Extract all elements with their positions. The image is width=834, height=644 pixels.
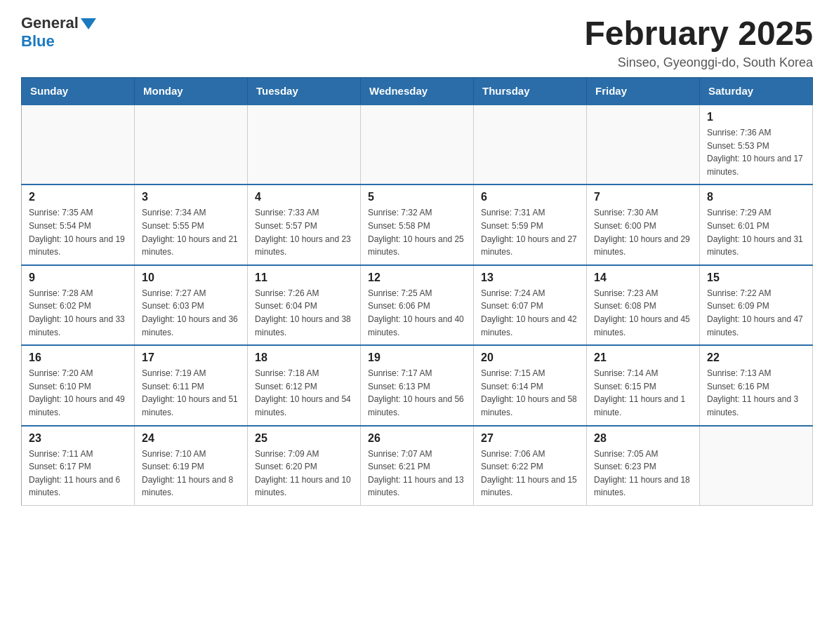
calendar-week-row: 1Sunrise: 7:36 AMSunset: 5:53 PMDaylight…: [22, 105, 813, 185]
day-number: 7: [594, 191, 692, 203]
sun-info: Sunrise: 7:05 AMSunset: 6:23 PMDaylight:…: [594, 448, 692, 499]
sun-info: Sunrise: 7:28 AMSunset: 6:02 PMDaylight:…: [29, 287, 127, 339]
calendar-week-row: 9Sunrise: 7:28 AMSunset: 6:02 PMDaylight…: [22, 265, 813, 345]
calendar-cell: 13Sunrise: 7:24 AMSunset: 6:07 PMDayligh…: [474, 265, 587, 345]
day-number: 14: [594, 271, 692, 284]
calendar-cell: 26Sunrise: 7:07 AMSunset: 6:21 PMDayligh…: [361, 426, 474, 506]
header-thursday: Thursday: [474, 78, 587, 105]
sun-info: Sunrise: 7:19 AMSunset: 6:11 PMDaylight:…: [142, 367, 240, 419]
day-number: 10: [142, 271, 240, 284]
calendar-cell: 24Sunrise: 7:10 AMSunset: 6:19 PMDayligh…: [135, 426, 248, 506]
calendar-cell: 17Sunrise: 7:19 AMSunset: 6:11 PMDayligh…: [135, 345, 248, 425]
calendar-cell: 2Sunrise: 7:35 AMSunset: 5:54 PMDaylight…: [22, 185, 135, 264]
day-number: 2: [29, 191, 127, 203]
calendar-cell: [248, 105, 361, 185]
day-number: 25: [255, 432, 353, 445]
sun-info: Sunrise: 7:31 AMSunset: 5:59 PMDaylight:…: [481, 206, 579, 258]
page-title: February 2025: [584, 14, 813, 53]
header-tuesday: Tuesday: [248, 78, 361, 105]
sun-info: Sunrise: 7:15 AMSunset: 6:14 PMDaylight:…: [481, 367, 579, 419]
sun-info: Sunrise: 7:34 AMSunset: 5:55 PMDaylight:…: [142, 206, 240, 258]
day-number: 11: [255, 271, 353, 284]
day-number: 13: [481, 271, 579, 284]
logo-triangle-icon: [81, 18, 96, 29]
calendar-cell: 11Sunrise: 7:26 AMSunset: 6:04 PMDayligh…: [248, 265, 361, 345]
sun-info: Sunrise: 7:23 AMSunset: 6:08 PMDaylight:…: [594, 287, 692, 339]
calendar-cell: 12Sunrise: 7:25 AMSunset: 6:06 PMDayligh…: [361, 265, 474, 345]
calendar-table: Sunday Monday Tuesday Wednesday Thursday…: [21, 77, 813, 506]
sun-info: Sunrise: 7:07 AMSunset: 6:21 PMDaylight:…: [368, 448, 466, 499]
calendar-header: Sunday Monday Tuesday Wednesday Thursday…: [22, 78, 813, 105]
calendar-week-row: 2Sunrise: 7:35 AMSunset: 5:54 PMDaylight…: [22, 185, 813, 264]
sun-info: Sunrise: 7:36 AMSunset: 5:53 PMDaylight:…: [707, 126, 805, 178]
sun-info: Sunrise: 7:33 AMSunset: 5:57 PMDaylight:…: [255, 206, 353, 258]
day-number: 16: [29, 351, 127, 364]
day-number: 4: [255, 191, 353, 203]
header-monday: Monday: [135, 78, 248, 105]
calendar-cell: 15Sunrise: 7:22 AMSunset: 6:09 PMDayligh…: [700, 265, 813, 345]
sun-info: Sunrise: 7:25 AMSunset: 6:06 PMDaylight:…: [368, 287, 466, 339]
day-number: 15: [707, 271, 805, 284]
day-number: 12: [368, 271, 466, 284]
sun-info: Sunrise: 7:20 AMSunset: 6:10 PMDaylight:…: [29, 367, 127, 419]
day-number: 5: [368, 191, 466, 203]
day-number: 19: [368, 351, 466, 364]
header-saturday: Saturday: [700, 78, 813, 105]
calendar-cell: [700, 426, 813, 506]
calendar-cell: 3Sunrise: 7:34 AMSunset: 5:55 PMDaylight…: [135, 185, 248, 264]
sun-info: Sunrise: 7:06 AMSunset: 6:22 PMDaylight:…: [481, 448, 579, 499]
calendar-cell: 6Sunrise: 7:31 AMSunset: 5:59 PMDaylight…: [474, 185, 587, 264]
calendar-cell: 1Sunrise: 7:36 AMSunset: 5:53 PMDaylight…: [700, 105, 813, 185]
sun-info: Sunrise: 7:09 AMSunset: 6:20 PMDaylight:…: [255, 448, 353, 499]
day-number: 28: [594, 432, 692, 445]
calendar-cell: 18Sunrise: 7:18 AMSunset: 6:12 PMDayligh…: [248, 345, 361, 425]
day-number: 26: [368, 432, 466, 445]
calendar-cell: [474, 105, 587, 185]
day-number: 18: [255, 351, 353, 364]
day-number: 17: [142, 351, 240, 364]
sun-info: Sunrise: 7:30 AMSunset: 6:00 PMDaylight:…: [594, 206, 692, 258]
calendar-cell: 5Sunrise: 7:32 AMSunset: 5:58 PMDaylight…: [361, 185, 474, 264]
logo-text-blue: Blue: [21, 32, 96, 51]
logo-text-general: General: [21, 14, 79, 32]
calendar-cell: [361, 105, 474, 185]
calendar-cell: 9Sunrise: 7:28 AMSunset: 6:02 PMDaylight…: [22, 265, 135, 345]
calendar-cell: 14Sunrise: 7:23 AMSunset: 6:08 PMDayligh…: [587, 265, 700, 345]
calendar-cell: 28Sunrise: 7:05 AMSunset: 6:23 PMDayligh…: [587, 426, 700, 506]
sun-info: Sunrise: 7:35 AMSunset: 5:54 PMDaylight:…: [29, 206, 127, 258]
sun-info: Sunrise: 7:29 AMSunset: 6:01 PMDaylight:…: [707, 206, 805, 258]
sun-info: Sunrise: 7:18 AMSunset: 6:12 PMDaylight:…: [255, 367, 353, 419]
day-number: 8: [707, 191, 805, 203]
day-number: 20: [481, 351, 579, 364]
calendar-cell: 23Sunrise: 7:11 AMSunset: 6:17 PMDayligh…: [22, 426, 135, 506]
sun-info: Sunrise: 7:11 AMSunset: 6:17 PMDaylight:…: [29, 448, 127, 499]
sun-info: Sunrise: 7:22 AMSunset: 6:09 PMDaylight:…: [707, 287, 805, 339]
header-row: Sunday Monday Tuesday Wednesday Thursday…: [22, 78, 813, 105]
day-number: 24: [142, 432, 240, 445]
day-number: 21: [594, 351, 692, 364]
calendar-cell: 21Sunrise: 7:14 AMSunset: 6:15 PMDayligh…: [587, 345, 700, 425]
calendar-cell: 16Sunrise: 7:20 AMSunset: 6:10 PMDayligh…: [22, 345, 135, 425]
header-friday: Friday: [587, 78, 700, 105]
calendar-week-row: 23Sunrise: 7:11 AMSunset: 6:17 PMDayligh…: [22, 426, 813, 506]
day-number: 23: [29, 432, 127, 445]
sun-info: Sunrise: 7:26 AMSunset: 6:04 PMDaylight:…: [255, 287, 353, 339]
day-number: 1: [707, 111, 805, 123]
header-sunday: Sunday: [22, 78, 135, 105]
calendar-cell: [135, 105, 248, 185]
day-number: 9: [29, 271, 127, 284]
calendar-cell: [587, 105, 700, 185]
calendar-cell: [22, 105, 135, 185]
sun-info: Sunrise: 7:17 AMSunset: 6:13 PMDaylight:…: [368, 367, 466, 419]
sun-info: Sunrise: 7:32 AMSunset: 5:58 PMDaylight:…: [368, 206, 466, 258]
svg-marker-0: [81, 18, 96, 29]
title-area: February 2025 Sinseo, Gyeonggi-do, South…: [584, 14, 813, 70]
calendar-body: 1Sunrise: 7:36 AMSunset: 5:53 PMDaylight…: [22, 105, 813, 505]
calendar-cell: 19Sunrise: 7:17 AMSunset: 6:13 PMDayligh…: [361, 345, 474, 425]
header-wednesday: Wednesday: [361, 78, 474, 105]
day-number: 27: [481, 432, 579, 445]
sun-info: Sunrise: 7:24 AMSunset: 6:07 PMDaylight:…: [481, 287, 579, 339]
page-header: General Blue February 2025 Sinseo, Gyeon…: [21, 14, 813, 70]
day-number: 6: [481, 191, 579, 203]
page-subtitle: Sinseo, Gyeonggi-do, South Korea: [584, 55, 813, 70]
